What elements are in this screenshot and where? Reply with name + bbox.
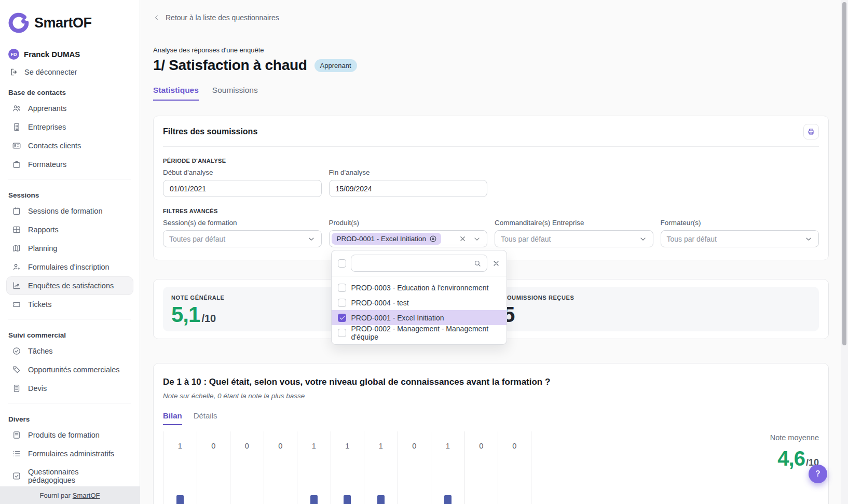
filters-divider [163,146,819,147]
multiselect-controls [459,235,481,243]
product-selected-pill[interactable]: PROD-0001 - Excel Initiation [332,233,442,245]
product-option-prod-0001-excel-initiation[interactable]: PROD-0001 - Excel Initiation [332,310,507,325]
chart-column-note-9: 0 [464,431,498,504]
checkbox-unchecked-icon[interactable] [338,299,346,307]
sidebar-item-formulaires-d-inscription[interactable]: Formulaires d'inscription [6,258,133,276]
sidebar-item-label: Opportunités commerciales [28,366,120,374]
logout-icon [9,67,19,77]
session-select-value: Toutes par défaut [169,235,225,243]
sidebar-item-contacts-clients[interactable]: Contacts clients [6,136,133,155]
chevron-left-icon [153,14,160,21]
close-dropdown-icon[interactable] [492,259,500,268]
end-date-input[interactable] [329,180,488,197]
sidebar-item-formateurs[interactable]: Formateurs [6,155,133,174]
user-row: FD Franck DUMAS [8,49,140,60]
back-link[interactable]: Retour à la liste des questionnaires [153,13,279,22]
smartof-logo-icon [8,12,29,33]
tab-soumissions[interactable]: Soumissions [212,86,258,101]
chart-column-note-0: 1 [163,431,197,504]
period-section-label: PÉRIODE D'ANALYSE [163,158,819,164]
sidebar-item-rapports[interactable]: Rapports [6,220,133,239]
chart-value-label: 0 [264,442,297,450]
product-option-label: PROD-0001 - Excel Initiation [351,314,444,322]
question-card: De 1 à 10 : Quel était, selon vous, votr… [153,363,829,504]
sidebar-item-label: Apprenants [28,104,66,113]
chevron-down-icon [639,235,647,243]
sidebar-item-opportunites-commerciales[interactable]: Opportunités commerciales [6,360,133,379]
app-window: SmartOF FD Franck DUMAS Se déconnecter B… [0,0,848,504]
page-scrollbar[interactable] [841,0,848,504]
sidebar-item-formulaires-administratifs[interactable]: Formulaires administratifs [6,444,133,463]
sponsor-select[interactable]: Tous par défaut [495,230,653,247]
sponsor-select-value: Tous par défaut [501,235,551,243]
product-search-box [351,255,487,272]
sidebar-item-taches[interactable]: Tâches [6,342,133,360]
back-label: Retour à la liste des questionnaires [166,13,279,22]
sidebar-item-label: Questionnaires pédagogiques [28,468,128,484]
product-filter-field: Produit(s) PROD-0001 - Excel Initiation [329,219,488,247]
session-filter-field: Session(s) de formation Toutes par défau… [163,219,322,247]
product-multiselect[interactable]: PROD-0001 - Excel Initiation [329,230,488,247]
chart-column-note-7: 0 [398,431,431,504]
contact-card-icon [12,141,21,150]
sidebar-item-apprenants[interactable]: Apprenants [6,99,133,118]
sidebar-item-entreprises[interactable]: Entreprises [6,118,133,136]
sidebar-item-produits-de-formation[interactable]: Produits de formation [6,426,133,444]
logout-button[interactable]: Se déconnecter [9,67,140,77]
sidebar-item-questionnaires-pedagogiques[interactable]: Questionnaires pédagogiques [6,463,133,489]
chart-value-label: 0 [465,442,498,450]
product-option-prod-0002-management-management-d-equipe[interactable]: PROD-0002 - Management - Management d'éq… [332,325,507,340]
table-icon [12,225,21,234]
product-option-prod-0003-education-a-l-environnement[interactable]: PROD-0003 - Education à l'environnement [332,280,507,295]
tab-details[interactable]: Détails [194,411,217,425]
audience-badge: Apprenant [314,59,357,72]
session-select[interactable]: Toutes par défaut [163,230,322,247]
brand-logo[interactable]: SmartOF [0,0,140,33]
start-date-input[interactable] [163,180,322,197]
stat-suffix: /10 [201,313,216,325]
sidebar-item-tickets[interactable]: Tickets [6,295,133,314]
select-all-checkbox[interactable] [338,259,346,268]
footer-prefix: Fourni par [40,492,71,499]
chart-value-label: 0 [197,442,230,450]
product-pill-label: PROD-0001 - Excel Initiation [337,235,427,243]
chart-value-label: 1 [163,442,197,450]
tab-statistiques[interactable]: Statistiques [153,86,199,101]
sidebar-item-devis[interactable]: Devis [6,379,133,398]
print-button[interactable] [803,124,819,139]
sidebar-section-sessions: Sessions [8,191,131,199]
chevron-down-icon[interactable] [473,235,481,243]
start-date-field: Début d'analyse [163,169,322,197]
product-option-prod-0004-test[interactable]: PROD-0004 - test [332,295,507,310]
chart-value-label: 1 [364,442,398,450]
trainer-filter-field: Formateur(s) Tous par défaut [661,219,819,247]
tab-bilan[interactable]: Bilan [163,411,182,425]
product-option-label: PROD-0004 - test [351,299,409,307]
checkbox-unchecked-icon[interactable] [338,284,346,292]
user-plus-icon [12,262,21,272]
help-button[interactable]: ? [809,465,827,483]
chart-column-note-2: 0 [230,431,264,504]
title-row: 1/ Satisfaction à chaud Apprenant [153,57,848,74]
question-subtitle: Note sur échelle, 0 étant la note la plu… [163,392,819,400]
stat-value-row: 5 [503,304,811,326]
sidebar-item-planning[interactable]: Planning [6,239,133,258]
session-filter-label: Session(s) de formation [163,219,322,227]
sidebar-item-label: Formateurs [28,160,66,169]
scrollbar-thumb[interactable] [842,2,846,345]
clear-selection-icon[interactable] [459,235,467,243]
product-search-input[interactable] [357,259,470,268]
average-value: 4,6 [777,448,805,469]
sponsor-filter-label: Commanditaire(s) Entreprise [495,219,653,227]
checkbox-checked-icon[interactable] [338,314,346,322]
tag-icon [12,365,21,374]
footer-brand-link[interactable]: SmartOF [73,492,100,499]
average-label: Note moyenne [770,433,819,442]
sidebar-item-enquetes-de-satisfactions[interactable]: Enquêtes de satisfactions [6,276,133,295]
users-icon [12,104,21,113]
remove-tag-icon[interactable] [429,235,437,243]
sidebar-item-sessions-de-formation[interactable]: Sessions de formation [6,202,133,220]
chart-column-note-5: 1 [331,431,364,504]
trainer-select[interactable]: Tous par défaut [661,230,819,247]
checkbox-unchecked-icon[interactable] [338,329,346,337]
